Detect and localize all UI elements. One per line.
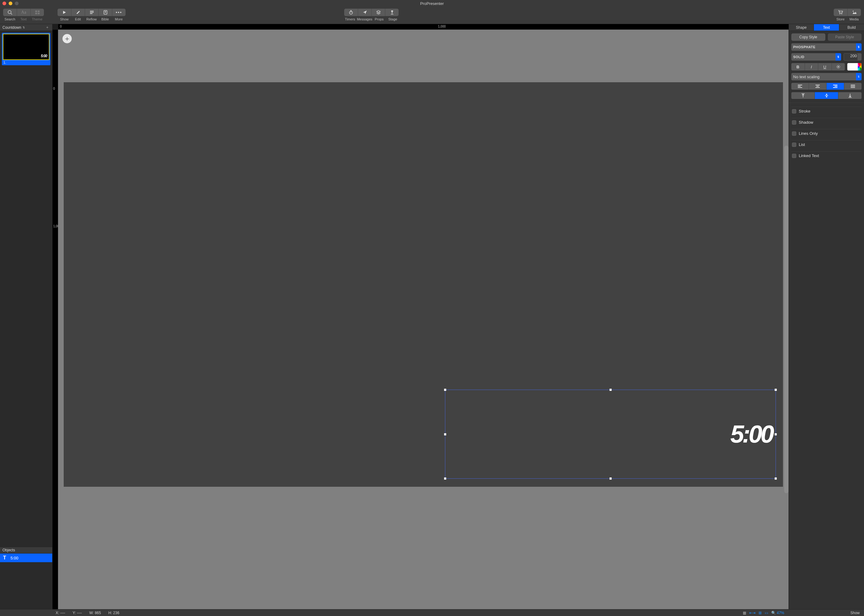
more-label: More xyxy=(112,17,126,21)
font-family-dropdown[interactable]: PHOSPHATE ⥮ xyxy=(791,43,861,51)
status-y: Y: ---- xyxy=(73,611,82,615)
theme-button[interactable] xyxy=(30,9,44,16)
store-button[interactable] xyxy=(834,9,847,16)
svg-rect-3 xyxy=(38,11,39,12)
text-settings-button[interactable] xyxy=(831,63,845,71)
svg-point-13 xyxy=(838,66,839,68)
reflow-icon xyxy=(90,10,94,14)
tab-text[interactable]: Text xyxy=(814,24,839,31)
lines-only-checkbox-row[interactable]: Lines Only xyxy=(791,129,861,138)
text-scaling-dropdown[interactable]: No text scaling ⥮ xyxy=(791,73,861,80)
valign-middle-button[interactable] xyxy=(815,92,838,99)
timers-button[interactable] xyxy=(344,9,358,16)
status-h: H: 236 xyxy=(108,611,119,615)
chevron-updown-icon: ⥮ xyxy=(856,73,861,80)
edit-button[interactable] xyxy=(71,9,85,16)
valign-top-button[interactable] xyxy=(791,92,815,99)
status-x: X: ---- xyxy=(56,611,65,615)
font-weight-value: SOLID xyxy=(793,55,804,59)
text-object-selected[interactable]: 5:00 xyxy=(445,390,776,479)
slide-canvas[interactable]: 5:00 xyxy=(64,82,783,487)
list-checkbox-row[interactable]: List xyxy=(791,140,861,149)
object-row[interactable]: T 5:00 xyxy=(0,553,52,562)
resize-handle-br[interactable] xyxy=(774,478,777,479)
reflow-label: Reflow xyxy=(85,17,98,21)
valign-bottom-button[interactable] xyxy=(838,92,861,99)
stroke-checkbox-row[interactable]: Stroke xyxy=(791,107,861,115)
object-label: 5:00 xyxy=(11,556,18,560)
gear-icon xyxy=(836,64,840,69)
shadow-checkbox-row[interactable]: Shadow xyxy=(791,118,861,126)
inspector-tabs: Shape Text Build xyxy=(789,24,864,31)
underline-button[interactable]: U xyxy=(818,63,831,71)
align-center-button[interactable] xyxy=(809,83,826,90)
resize-handle-ml[interactable] xyxy=(444,433,446,435)
svg-rect-2 xyxy=(35,11,37,12)
close-window-icon[interactable] xyxy=(3,2,6,5)
add-slide-button[interactable]: ＋ xyxy=(45,25,50,30)
edit-label: Edit xyxy=(71,17,85,21)
ruler-h-tick-0: 0 xyxy=(60,25,62,28)
zoom-control[interactable]: 🔍 47% xyxy=(771,611,784,615)
presentation-name-header[interactable]: Countdown ⇅ ＋ xyxy=(0,24,52,31)
theme-label: Theme xyxy=(30,17,44,21)
ruler-h-tick-1000: 1,000 xyxy=(438,25,446,28)
guides-icon[interactable]: ▭ xyxy=(765,611,768,615)
grid-toggle-icon[interactable]: ▦ xyxy=(743,611,746,615)
italic-button[interactable]: I xyxy=(804,63,818,71)
text-scaling-value: No text scaling xyxy=(793,74,820,79)
bible-button[interactable] xyxy=(98,9,112,16)
resize-handle-mr[interactable] xyxy=(774,433,777,435)
stepper-icon[interactable] xyxy=(858,53,861,60)
text-color-swatch[interactable] xyxy=(847,63,861,71)
resize-handle-tr[interactable] xyxy=(774,389,777,391)
show-button[interactable] xyxy=(58,9,71,16)
viewport-scrollbar[interactable] xyxy=(784,146,789,493)
status-bar: X: ---- Y: ---- W: 865 H: 236 ▦ ⇤⇥ ⊞ ▭ 🔍… xyxy=(0,609,864,616)
tab-shape[interactable]: Shape xyxy=(789,24,814,31)
media-label: Media xyxy=(847,17,861,21)
messages-button[interactable] xyxy=(358,9,371,16)
copy-style-button[interactable]: Copy Style xyxy=(791,33,825,41)
stage-button[interactable] xyxy=(385,9,399,16)
shadow-label: Shadow xyxy=(799,120,813,125)
send-icon xyxy=(363,10,367,14)
font-weight-dropdown[interactable]: SOLID ⥮ xyxy=(791,53,841,61)
align-justify-button[interactable] xyxy=(844,83,861,90)
font-size-field[interactable]: 200 xyxy=(844,53,861,61)
snap-toggle-icon[interactable]: ⇤⇥ xyxy=(749,611,756,615)
media-button[interactable] xyxy=(847,9,861,16)
presentation-name: Countdown xyxy=(3,25,21,30)
slide-thumbnail: 5:00 xyxy=(3,34,49,60)
add-element-button[interactable]: ＋ xyxy=(63,34,72,43)
grid-icon[interactable]: ⊞ xyxy=(759,611,762,615)
more-button[interactable]: ••• xyxy=(112,9,126,16)
show-button-footer[interactable]: Show xyxy=(787,611,861,615)
resize-handle-tm[interactable] xyxy=(610,389,612,391)
svg-point-11 xyxy=(841,14,842,14)
resize-handle-bl[interactable] xyxy=(444,478,446,479)
align-left-button[interactable] xyxy=(791,83,809,90)
props-label: Props xyxy=(372,17,386,21)
stage-icon xyxy=(390,10,394,14)
editor-viewport[interactable]: ＋ 5:00 xyxy=(58,30,789,609)
align-right-button[interactable] xyxy=(826,83,844,90)
fullscreen-window-icon[interactable] xyxy=(15,2,19,5)
align-left-icon xyxy=(798,85,803,88)
resize-handle-tl[interactable] xyxy=(444,389,446,391)
slide-thumbnail-selected[interactable]: 5:00 1. xyxy=(2,33,50,65)
stroke-label: Stroke xyxy=(799,109,811,113)
slide-thumbnail-index: 1. xyxy=(3,60,49,64)
search-button[interactable] xyxy=(3,9,17,16)
checkbox-icon xyxy=(792,154,796,158)
paste-style-button[interactable]: Paste Style xyxy=(828,33,862,41)
valign-middle-icon xyxy=(825,93,828,98)
tab-build[interactable]: Build xyxy=(839,24,864,31)
minimize-window-icon[interactable] xyxy=(9,2,13,5)
resize-handle-bm[interactable] xyxy=(610,478,612,479)
text-button[interactable]: Aa xyxy=(17,9,30,16)
props-button[interactable] xyxy=(371,9,385,16)
bold-button[interactable]: B xyxy=(791,63,804,71)
reflow-button[interactable] xyxy=(85,9,98,16)
linked-text-checkbox-row[interactable]: Linked Text xyxy=(791,151,861,160)
